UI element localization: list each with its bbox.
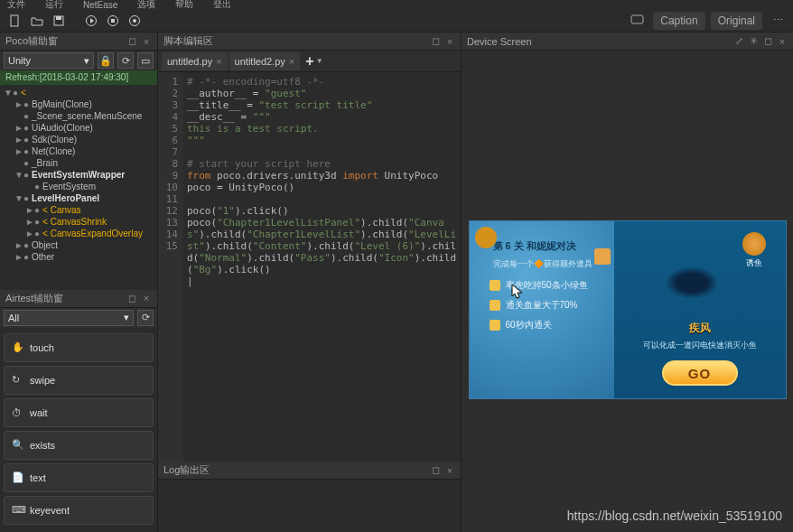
popup-icon[interactable]: ◻: [762, 36, 773, 47]
log-panel-title: Log输出区: [163, 463, 210, 477]
hierarchy-tree[interactable]: ▼●< ►●BgMain(Clone)●_Scene_scene.MenuSce…: [0, 85, 157, 290]
tree-node[interactable]: ►●Net(Clone): [0, 145, 157, 157]
objective-item: 通关血量大于70%: [490, 299, 607, 312]
menu-netease[interactable]: NetEase: [83, 0, 117, 10]
wait-icon: ⏱: [12, 407, 24, 418]
refresh-icon[interactable]: ⟳: [117, 52, 134, 69]
close-icon[interactable]: ×: [216, 56, 221, 67]
action-label: swipe: [30, 375, 55, 386]
log-output[interactable]: [158, 480, 461, 532]
menu-run[interactable]: 运行: [45, 0, 63, 11]
go-button[interactable]: GO: [662, 360, 738, 386]
menu-logout[interactable]: 登出: [213, 0, 231, 11]
script-panel-header: 脚本编辑区 ◻ ×: [158, 33, 461, 51]
chevron-down-icon: ▾: [124, 312, 129, 323]
popup-icon[interactable]: ◻: [430, 465, 441, 476]
add-tab-button[interactable]: +: [305, 53, 313, 70]
action-label: text: [30, 472, 46, 483]
device-screen[interactable]: 第 6 关 和妮妮对决 完成每一个🔶获得额外道具 率先吃掉50条小绿鱼 通关血量…: [462, 51, 793, 532]
tree-node[interactable]: ►●BgMain(Clone): [0, 98, 157, 110]
tree-node[interactable]: ►●Sdk(Clone): [0, 134, 157, 145]
svg-rect-0: [11, 15, 18, 26]
original-button[interactable]: Original: [711, 12, 762, 30]
airtest-panel-header: Airtest辅助窗 ◻ ×: [0, 290, 157, 308]
airtest-action-touch[interactable]: ✋touch: [4, 333, 154, 362]
svg-rect-5: [111, 19, 115, 23]
action-label: touch: [30, 342, 54, 353]
log-panel-header: Log输出区 ◻ ×: [158, 462, 461, 480]
save-icon[interactable]: [49, 12, 69, 30]
menubar: 文件 运行 NetEase 选项 帮助 登出: [0, 0, 793, 9]
close-icon[interactable]: ×: [289, 56, 294, 67]
level-title: 第 6 关 和妮妮对决: [482, 239, 607, 253]
maximize-icon[interactable]: ⤢: [733, 36, 744, 47]
open-folder-icon[interactable]: [27, 12, 47, 30]
popup-icon[interactable]: ◻: [430, 36, 441, 47]
objective-icon: [490, 320, 500, 331]
line-gutter: 123456789101112131415: [158, 72, 183, 462]
close-icon[interactable]: ×: [141, 36, 152, 47]
tab-untitled[interactable]: untitled.py ×: [162, 52, 228, 70]
tree-node[interactable]: ►●< Canvas: [0, 204, 157, 216]
tree-node[interactable]: ►●Object: [0, 239, 157, 251]
keyevent-icon: ⌨: [12, 504, 24, 516]
more-icon[interactable]: ⋯: [768, 12, 788, 30]
popup-icon[interactable]: ◻: [126, 36, 137, 47]
chevron-down-icon: ▾: [84, 55, 89, 67]
tree-node[interactable]: ►●UiAudio(Clone): [0, 122, 157, 134]
tree-node[interactable]: ►●Other: [0, 251, 157, 263]
airtest-action-keyevent[interactable]: ⌨keyevent: [4, 496, 154, 525]
close-icon[interactable]: ×: [141, 293, 152, 303]
tree-node[interactable]: ▼●LevelHeroPanel: [0, 192, 157, 204]
code-area[interactable]: # -*- encoding=utf8 -*-__author__ = "gue…: [183, 72, 461, 462]
run-icon[interactable]: [81, 12, 101, 30]
tab-dropdown-icon[interactable]: ▼: [316, 57, 323, 65]
airtest-action-text[interactable]: 📄text: [4, 463, 154, 492]
watermark: https://blog.csdn.net/weixin_53519100: [567, 509, 782, 523]
objective-item: 率先吃掉50条小绿鱼: [490, 279, 607, 292]
tree-node[interactable]: ●_Brain: [0, 157, 157, 169]
stop-icon[interactable]: [103, 12, 123, 30]
item-bubble: 诱鱼: [739, 232, 770, 277]
airtest-actions-list: ✋touch↻swipe⏱wait🔍exists📄text⌨keyevent: [0, 328, 157, 533]
code-editor[interactable]: 123456789101112131415 # -*- encoding=utf…: [158, 72, 461, 462]
tree-node[interactable]: ●EventSystem: [0, 181, 157, 192]
close-icon[interactable]: ×: [777, 36, 788, 47]
device-panel-header: Device Screen ⤢ ✳ ◻ ×: [462, 33, 793, 51]
airtest-filter-select[interactable]: All ▾: [4, 310, 134, 326]
record-icon[interactable]: [125, 12, 145, 30]
close-icon[interactable]: ×: [444, 36, 455, 47]
skill-name: 疾风: [689, 321, 711, 336]
comment-icon[interactable]: [628, 12, 648, 30]
tree-node[interactable]: ►●< CanvasShrink: [0, 216, 157, 228]
airtest-action-swipe[interactable]: ↻swipe: [4, 366, 154, 395]
tree-node[interactable]: ●_Scene_scene.MenuScene: [0, 110, 157, 122]
objective-icon: [490, 300, 500, 311]
lock-icon[interactable]: 🔒: [98, 52, 114, 69]
tree-node[interactable]: ▼●EventSystemWrapper: [0, 169, 157, 181]
poco-driver-select[interactable]: Unity ▾: [4, 52, 94, 69]
game-level-panel: 第 6 关 和妮妮对决 完成每一个🔶获得额外道具 率先吃掉50条小绿鱼 通关血量…: [469, 220, 787, 399]
close-icon[interactable]: ×: [444, 465, 455, 476]
menu-file[interactable]: 文件: [7, 0, 25, 11]
editor-tabs: untitled.py × untitled2.py × + ▼: [158, 51, 461, 72]
tree-node[interactable]: ►●< CanvasExpandOverlay: [0, 228, 157, 239]
menu-options[interactable]: 选项: [137, 0, 155, 11]
new-file-icon[interactable]: [5, 12, 25, 30]
objective-text: 60秒内通关: [506, 319, 552, 331]
refresh-icon[interactable]: ⟳: [137, 310, 154, 326]
airtest-action-wait[interactable]: ⏱wait: [4, 398, 154, 427]
tab-untitled2[interactable]: untitled2.py ×: [229, 52, 301, 70]
popup-icon[interactable]: ◻: [126, 293, 137, 303]
script-panel-title: 脚本编辑区: [163, 34, 213, 48]
tree-node[interactable]: ▼●<: [0, 87, 157, 98]
action-label: wait: [30, 407, 48, 418]
airtest-action-exists[interactable]: 🔍exists: [4, 431, 154, 460]
poco-driver-value: Unity: [8, 55, 31, 66]
inspect-icon[interactable]: ▭: [137, 52, 154, 69]
menu-help[interactable]: 帮助: [175, 0, 193, 11]
objective-icon: [490, 280, 500, 291]
tab-label: untitled2.py: [235, 56, 285, 67]
caption-button[interactable]: Caption: [653, 12, 704, 30]
fullscreen-icon[interactable]: ✳: [748, 36, 759, 47]
